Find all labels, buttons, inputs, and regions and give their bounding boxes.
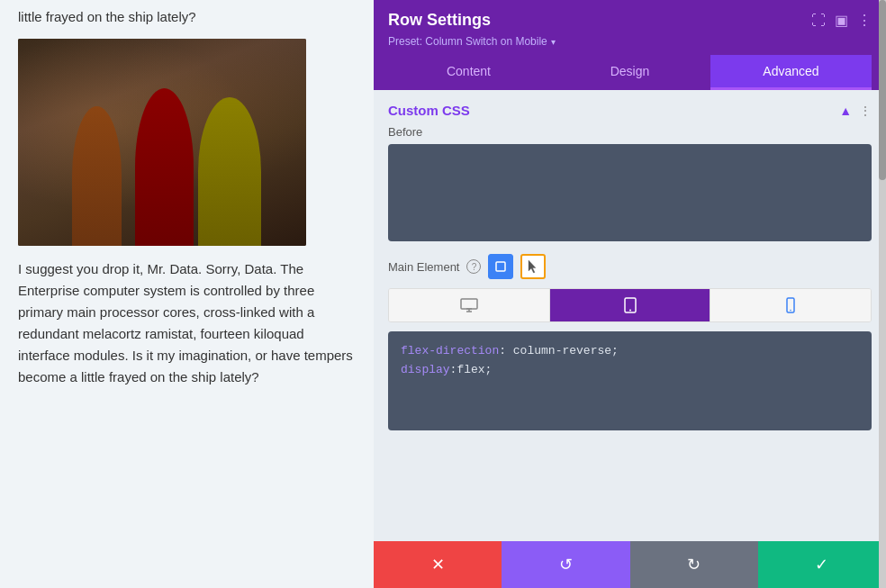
collapse-button[interactable]: ▲ [839,104,852,118]
help-icon[interactable]: ? [466,259,481,274]
element-btn-cursor[interactable] [520,254,546,279]
before-code-editor[interactable] [388,144,872,241]
device-tablet[interactable] [550,289,711,321]
left-panel: little frayed on the ship lately? I sugg… [0,0,374,588]
section-more-icon[interactable]: ⋮ [859,104,872,118]
code-prop-1: flex-direction [401,344,499,357]
section-title: Custom CSS [388,103,470,118]
figure-mid [135,88,194,246]
scroll-thumb [879,0,886,180]
tablet-icon [624,297,637,313]
code-area[interactable]: flex-direction: column-reverse; display:… [388,331,872,430]
device-desktop[interactable] [389,289,550,321]
action-bar: ✕ ↺ ↻ ✓ [374,541,886,588]
redo-button[interactable]: ↻ [630,541,758,588]
more-options-icon[interactable]: ⋮ [857,12,872,29]
save-button[interactable]: ✓ [758,541,886,588]
header-top: Row Settings ⛶ ▣ ⋮ [388,11,872,30]
preset-label[interactable]: Preset: Column Switch on Mobile ▾ [388,35,872,48]
tab-content[interactable]: Content [388,55,549,90]
code-colon-1: : column-reverse; [499,344,619,357]
cursor-icon [526,258,540,275]
panel-body: Custom CSS ▲ ⋮ Before Main Element ? [374,90,886,541]
svg-rect-1 [461,299,477,309]
main-element-label: Main Element [388,260,459,274]
expand-icon[interactable]: ⛶ [811,13,826,29]
right-panel: Row Settings ⛶ ▣ ⋮ Preset: Column Switch… [374,0,886,588]
square-icon [494,260,507,273]
image-block [18,39,306,246]
device-row [388,288,872,322]
main-element-row: Main Element ? [388,254,872,279]
code-colon-2: :flex; [450,363,493,376]
code-prop-2: display [401,363,450,376]
header-icons: ⛶ ▣ ⋮ [811,12,872,29]
undo-button[interactable]: ↺ [502,541,629,588]
figure-left [72,106,122,246]
image-inner [18,39,306,246]
preset-chevron: ▾ [551,37,556,47]
desktop-icon [460,298,478,312]
body-text: I suggest you drop it, Mr. Data. Sorry, … [18,258,356,388]
tabs-row: Content Design Advanced [388,55,872,90]
scroll-bar[interactable] [879,0,886,588]
svg-point-8 [790,310,791,312]
svg-point-6 [629,310,631,312]
tab-design[interactable]: Design [549,55,710,90]
svg-rect-0 [496,262,505,271]
before-label: Before [388,125,872,139]
settings-title: Row Settings [388,11,491,30]
section-controls: ▲ ⋮ [839,104,872,118]
top-text: little frayed on the ship lately? [18,0,356,39]
cancel-button[interactable]: ✕ [374,541,502,588]
device-mobile[interactable] [710,289,871,321]
section-header: Custom CSS ▲ ⋮ [388,90,872,125]
figure-right [198,97,261,246]
columns-icon[interactable]: ▣ [835,12,848,29]
element-btn-square[interactable] [488,254,513,279]
mobile-icon [786,297,795,313]
tab-advanced[interactable]: Advanced [710,55,872,90]
settings-header: Row Settings ⛶ ▣ ⋮ Preset: Column Switch… [374,0,886,90]
